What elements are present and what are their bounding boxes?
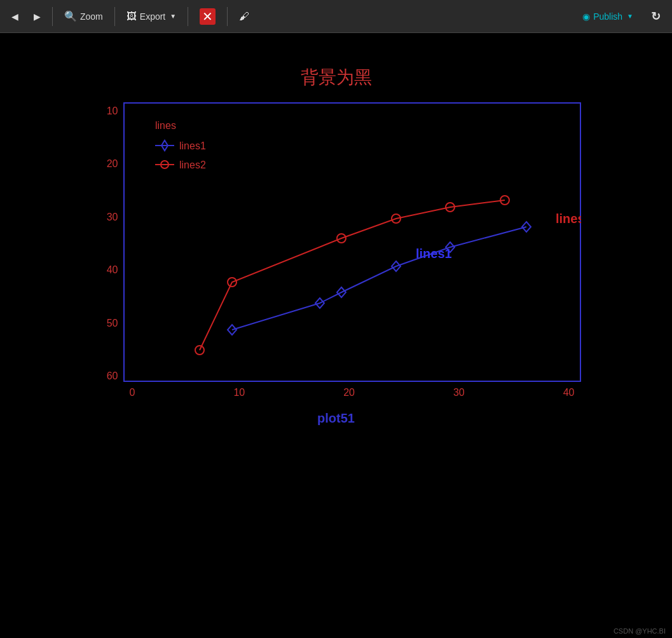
toolbar: ◀ ▶ 🔍 Zoom 🖼 Export ▼ ✕ 🖌 ◉ Publish ▼ ↻ xyxy=(0,0,672,33)
export-button[interactable]: 🖼 Export ▼ xyxy=(120,8,182,25)
back-icon: ◀ xyxy=(11,11,18,22)
chart-title: 背景为黑 xyxy=(301,65,372,90)
y-label-50: 50 xyxy=(92,318,123,329)
separator-2 xyxy=(114,7,115,26)
publish-icon: ◉ xyxy=(582,11,590,22)
zoom-button[interactable]: 🔍 Zoom xyxy=(58,7,109,25)
y-axis-labels: 60 50 40 30 20 10 xyxy=(92,102,123,382)
plot-row: 60 50 40 30 20 10 lines xyxy=(92,102,581,382)
zoom-label: Zoom xyxy=(80,11,103,22)
chart-svg: lines lines1 lines2 xyxy=(123,102,581,382)
plot-svg-container: lines lines1 lines2 xyxy=(123,102,581,382)
close-icon: ✕ xyxy=(200,8,216,25)
x-label-30: 30 xyxy=(453,387,465,398)
x-label-0: 0 xyxy=(130,387,135,398)
publish-dropdown-arrow: ▼ xyxy=(627,13,633,20)
back-button[interactable]: ◀ xyxy=(5,8,25,25)
x-label-20: 20 xyxy=(343,387,355,398)
export-dropdown-arrow: ▼ xyxy=(170,13,176,20)
publish-label: Publish xyxy=(593,11,622,22)
export-label: Export xyxy=(140,11,165,22)
x-axis-title: plot51 xyxy=(317,411,355,426)
publish-area: ◉ Publish ▼ ↻ xyxy=(576,6,667,27)
main-content: 背景为黑 60 50 40 30 20 10 xyxy=(0,33,672,638)
export-icon: 🖼 xyxy=(127,11,137,22)
y-label-20: 20 xyxy=(92,158,123,170)
series1-line xyxy=(232,227,526,330)
brush-button[interactable]: 🖌 xyxy=(233,8,256,25)
x-label-10: 10 xyxy=(233,387,245,398)
series2-direct-label: lines2 xyxy=(556,212,581,226)
series2-line xyxy=(200,200,505,350)
legend-label1: lines1 xyxy=(179,140,206,151)
separator-1 xyxy=(52,7,53,26)
publish-button[interactable]: ◉ Publish ▼ xyxy=(576,8,640,25)
y-label-40: 40 xyxy=(92,264,123,276)
close-button[interactable]: ✕ xyxy=(193,5,222,28)
separator-4 xyxy=(227,7,228,26)
forward-button[interactable]: ▶ xyxy=(27,8,47,25)
plot-wrapper: 60 50 40 30 20 10 lines xyxy=(41,102,632,426)
legend-title: lines xyxy=(155,120,176,131)
y-label-10: 10 xyxy=(92,105,123,117)
refresh-icon: ↻ xyxy=(651,10,661,24)
watermark: CSDN @YHC.BI xyxy=(614,627,666,635)
legend-label2: lines2 xyxy=(179,160,206,170)
refresh-button[interactable]: ↻ xyxy=(645,6,667,27)
brush-icon: 🖌 xyxy=(239,11,249,22)
y-label-30: 30 xyxy=(92,212,123,223)
chart-container: 背景为黑 60 50 40 30 20 10 xyxy=(41,59,632,612)
separator-3 xyxy=(188,7,188,26)
x-label-40: 40 xyxy=(563,387,575,398)
forward-icon: ▶ xyxy=(34,11,41,22)
y-label-60: 60 xyxy=(92,370,123,382)
zoom-icon: 🔍 xyxy=(64,10,77,22)
x-axis-labels: 0 10 20 30 40 xyxy=(123,387,581,398)
series1-direct-label: lines1 xyxy=(416,247,452,261)
